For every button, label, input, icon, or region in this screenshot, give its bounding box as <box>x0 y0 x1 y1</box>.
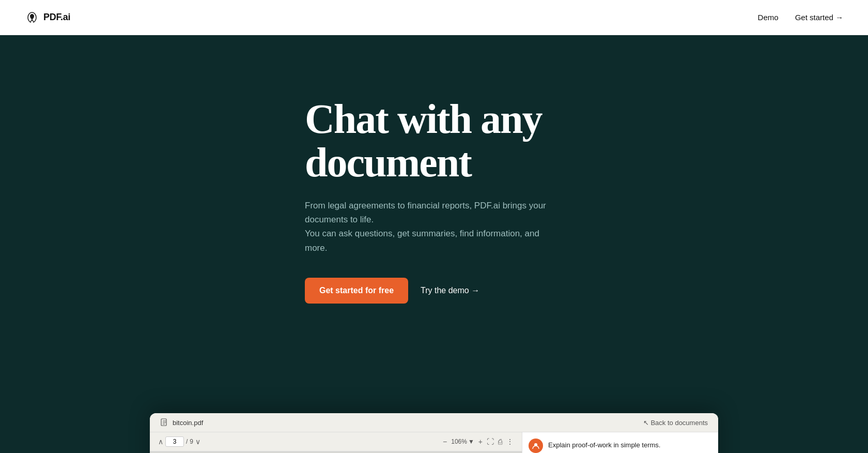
zoom-out-button[interactable]: − <box>443 437 447 446</box>
zoom-dropdown-icon[interactable]: ▼ <box>468 438 474 445</box>
user-avatar <box>529 439 543 453</box>
pdf-controls: ∧ / 9 ∨ − 106% ▼ + ⛶ ⎙ <box>150 432 522 451</box>
hero-subtitle-line1: From legal agreements to financial repor… <box>305 201 546 224</box>
try-demo-button[interactable]: Try the demo → <box>421 286 479 295</box>
nav-get-started-link[interactable]: Get started → <box>795 13 843 22</box>
hero-subtitle-line2: You can ask questions, get summaries, fi… <box>305 229 539 252</box>
page-total: 9 <box>190 438 193 445</box>
toolbar-left: bitcoin.pdf <box>160 418 203 427</box>
main-nav: Demo Get started → <box>758 13 843 22</box>
back-to-docs-button[interactable]: ↖ Back to documents <box>643 419 708 427</box>
fullscreen-button[interactable]: ⛶ <box>487 437 494 446</box>
app-preview: bitcoin.pdf ↖ Back to documents ∧ / 9 ∨ <box>150 413 718 453</box>
document-name: bitcoin.pdf <box>173 419 203 427</box>
hero-buttons: Get started for free Try the demo → <box>305 278 563 304</box>
more-options-button[interactable]: ⋮ <box>506 437 514 446</box>
app-body: ∧ / 9 ∨ − 106% ▼ + ⛶ ⎙ <box>150 432 718 453</box>
site-header: PDF.ai Demo Get started → <box>0 0 868 35</box>
hero-section: Chat with any document From legal agreem… <box>0 35 868 453</box>
logo-icon <box>25 10 39 25</box>
chat-panel: Explain proof-of-work in simple terms. P… <box>522 432 718 453</box>
zoom-in-button[interactable]: + <box>478 437 483 446</box>
page-number-input[interactable] <box>165 436 184 447</box>
page-next-button[interactable]: ∨ <box>195 437 200 446</box>
hero-content: Chat with any document From legal agreem… <box>202 97 667 304</box>
back-to-docs-text: ↖ Back to documents <box>643 419 708 427</box>
page-prev-button[interactable]: ∧ <box>158 437 163 446</box>
logo-text: PDF.ai <box>43 12 70 23</box>
page-navigation: ∧ / 9 ∨ <box>158 436 200 447</box>
get-started-button[interactable]: Get started for free <box>305 278 408 304</box>
nav-demo-link[interactable]: Demo <box>758 13 779 22</box>
print-button[interactable]: ⎙ <box>498 437 502 446</box>
pdf-viewer: ∧ / 9 ∨ − 106% ▼ + ⛶ ⎙ <box>150 432 522 453</box>
chat-message-user-text: Explain proof-of-work in simple terms. <box>548 439 712 450</box>
logo-area[interactable]: PDF.ai <box>25 10 70 25</box>
hero-subtitle: From legal agreements to financial repor… <box>305 199 563 255</box>
page-separator: / <box>186 438 188 445</box>
zoom-level: 106% ▼ <box>451 438 474 445</box>
document-icon <box>160 418 168 427</box>
zoom-controls: − 106% ▼ + ⛶ ⎙ ⋮ <box>443 437 514 446</box>
hero-title: Chat with any document <box>305 97 563 184</box>
chat-message-user: Explain proof-of-work in simple terms. <box>529 439 712 453</box>
app-toolbar: bitcoin.pdf ↖ Back to documents <box>150 413 718 432</box>
